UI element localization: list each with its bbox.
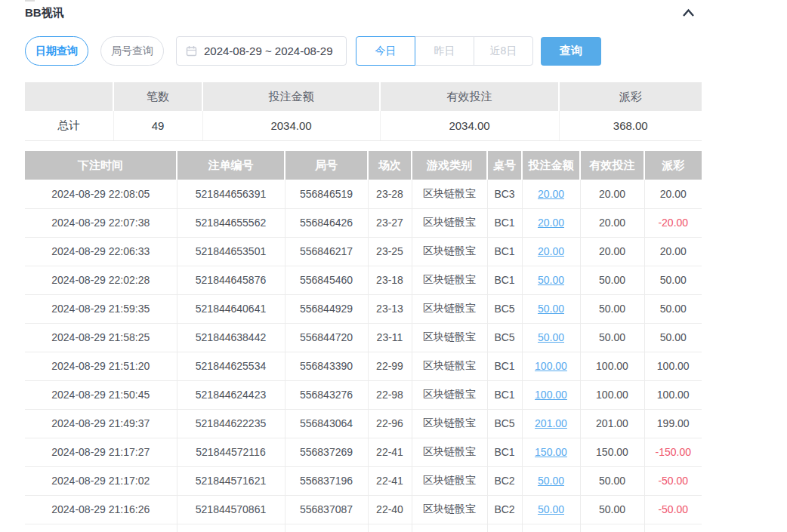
cell-table-no: BC5 [487,409,522,438]
cell-valid-bet: 150.00 [580,438,644,466]
cell-time: 2024-08-29 21:51:20 [25,352,177,380]
bet-amount-link[interactable]: 50.00 [538,303,564,315]
bet-amount-link[interactable]: 100.00 [535,389,567,401]
summary-total-value-4: 368.00 [559,111,702,140]
cell-table-no: BC5 [487,294,522,323]
cell-session: 23-18 [368,266,412,294]
bet-amount-link[interactable]: 20.00 [538,188,564,200]
cell-round-id: 556844720 [285,323,368,352]
bet-amount-link[interactable]: 20.00 [538,245,564,257]
cell-game: 区块链骰宝 [412,409,487,438]
cell-bet-id: 521844571621 [177,466,285,495]
cell-valid-bet: 50.00 [580,266,644,294]
date-range-picker[interactable]: 2024-08-29 ~ 2024-08-29 [176,36,347,66]
cell-round-id: 556837196 [285,466,368,495]
cell-round-id: 556845460 [285,266,368,294]
cell-round-id: 556843064 [285,409,368,438]
table-row: 2024-08-29 22:07:38521844655562556846426… [25,208,702,237]
cell-time: 2024-08-29 21:58:25 [25,323,177,352]
cell-game: 区块链骰宝 [412,237,487,266]
cell-time [25,524,177,532]
bet-amount-link[interactable]: 50.00 [538,331,564,343]
bet-amount-link[interactable]: 50.00 [538,475,564,487]
cell-bet-amount: 20.00 [522,180,580,208]
tab-round-query[interactable]: 局号查询 [100,36,164,66]
summary-header-3: 有效投注 [380,82,559,111]
cell-payout: -50.00 [644,495,702,524]
date-range-value: 2024-08-29 ~ 2024-08-29 [204,45,333,57]
cell-bet-id: 521844572116 [177,438,285,466]
cell-bet-amount: 20.00 [522,237,580,266]
records-header-time: 下注时间 [25,151,177,180]
cell-bet-id [177,524,285,532]
bet-amount-link[interactable]: 150.00 [535,446,567,458]
cell-valid-bet: 50.00 [580,495,644,524]
cell-bet-amount: 50.00 [522,266,580,294]
records-table: 下注时间注单编号局号场次游戏类别桌号投注金额有效投注派彩 2024-08-29 … [25,151,702,532]
cell-payout: 50.00 [644,323,702,352]
cell-bet-amount: 201.00 [522,409,580,438]
summary-total-label: 总计 [25,111,113,140]
cell-round-id: 556846519 [285,180,368,208]
cell-round-id: 556846217 [285,237,368,266]
cell-bet-id: 521844655562 [177,208,285,237]
bet-amount-link[interactable]: 201.00 [535,417,567,429]
cell-game [412,524,487,532]
summary-header-4: 派彩 [559,82,702,111]
tab-date-query[interactable]: 日期查询 [25,36,88,66]
records-header-row: 下注时间注单编号局号场次游戏类别桌号投注金额有效投注派彩 [25,151,702,180]
top-edge-fragment [25,0,35,2]
summary-header-0 [25,82,113,111]
bet-amount-link[interactable]: 50.00 [538,274,564,286]
cell-table-no: BC2 [487,495,522,524]
cell-bet-amount: 50.00 [522,466,580,495]
cell-time: 2024-08-29 21:50:45 [25,380,177,409]
cell-session: 23-27 [368,208,412,237]
cell-time: 2024-08-29 21:16:26 [25,495,177,524]
cell-session: 22-41 [368,438,412,466]
cell-table-no: BC1 [487,266,522,294]
records-header-valid_bet: 有效投注 [580,151,644,180]
records-header-table_no: 桌号 [487,151,522,180]
cell-payout: -20.00 [644,208,702,237]
page-title: BB视讯 [25,6,64,20]
cell-payout: 20.00 [644,180,702,208]
table-row: 2024-08-29 21:51:20521844625534556843390… [25,352,702,380]
cell-valid-bet: 100.00 [580,380,644,409]
search-button[interactable]: 查询 [541,37,601,66]
cell-session [368,524,412,532]
cell-table-no: BC1 [487,438,522,466]
cell-valid-bet: 100.00 [580,352,644,380]
cell-valid-bet: 50.00 [580,294,644,323]
cell-payout [644,524,702,532]
cell-table-no: BC1 [487,237,522,266]
query-toolbar: 日期查询 局号查询 2024-08-29 ~ 2024-08-29 今日 昨日 … [25,36,601,66]
cell-valid-bet [580,524,644,532]
quick-range-button-group: 今日 昨日 近8日 [356,36,533,66]
table-row [25,524,702,532]
records-header-payout: 派彩 [644,151,702,180]
cell-game: 区块链骰宝 [412,380,487,409]
quick-button-yesterday[interactable]: 昨日 [415,36,474,66]
bet-amount-link[interactable]: 100.00 [535,360,567,372]
quick-button-today[interactable]: 今日 [356,36,415,66]
bet-amount-link[interactable]: 50.00 [538,503,564,515]
bet-amount-link[interactable]: 20.00 [538,217,564,229]
cell-bet-amount [522,524,580,532]
cell-valid-bet: 20.00 [580,237,644,266]
summary-header-2: 投注金额 [202,82,380,111]
cell-table-no: BC1 [487,208,522,237]
cell-table-no: BC1 [487,352,522,380]
cell-session: 23-25 [368,237,412,266]
cell-game: 区块链骰宝 [412,495,487,524]
cell-time: 2024-08-29 21:59:35 [25,294,177,323]
cell-bet-id: 521844570861 [177,495,285,524]
collapse-panel-button[interactable] [679,5,697,21]
table-row: 2024-08-29 21:17:02521844571621556837196… [25,466,702,495]
cell-bet-amount: 150.00 [522,438,580,466]
cell-time: 2024-08-29 22:07:38 [25,208,177,237]
quick-button-last-8-days[interactable]: 近8日 [474,36,533,66]
cell-time: 2024-08-29 22:08:05 [25,180,177,208]
cell-session: 23-28 [368,180,412,208]
cell-payout: 199.00 [644,409,702,438]
